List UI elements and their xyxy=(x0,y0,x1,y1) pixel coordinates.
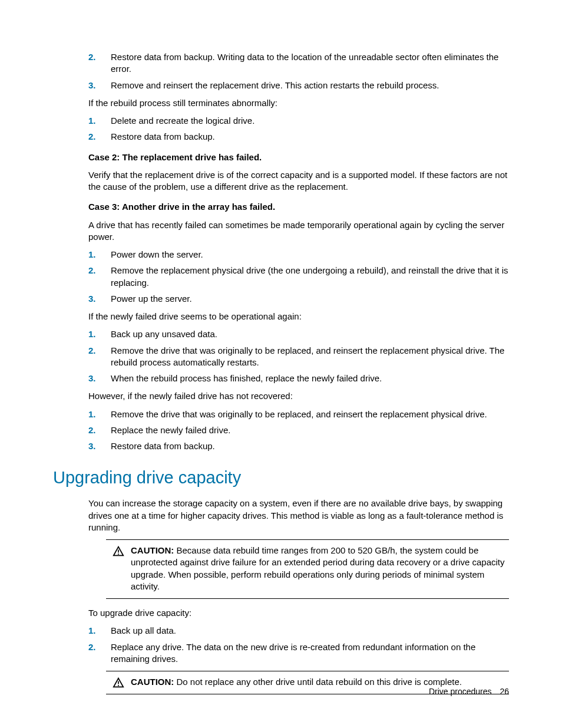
caution-callout-1: CAUTION: Because data rebuild time range… xyxy=(106,539,509,599)
list-number: 3. xyxy=(88,373,111,384)
list-text: Restore data from backup. xyxy=(111,131,509,143)
list-item: 1.Back up any unsaved data. xyxy=(88,328,509,340)
caution-label: CAUTION: xyxy=(131,677,174,687)
list-number: 2. xyxy=(88,265,111,276)
list-item: 2.Remove the drive that was originally t… xyxy=(88,345,509,369)
list-text: Restore data from backup. xyxy=(111,440,509,452)
list-text: Power down the server. xyxy=(111,249,509,261)
ordered-list-a: 2.Restore data from backup. Writing data… xyxy=(88,51,509,91)
list-number: 3. xyxy=(88,293,111,305)
section-heading: Upgrading drive capacity xyxy=(53,466,509,489)
svg-point-3 xyxy=(118,685,119,686)
caution-body: Do not replace any other drive until dat… xyxy=(177,677,462,687)
caution-label: CAUTION: xyxy=(131,545,174,555)
list-number: 2. xyxy=(88,424,111,436)
list-number: 1. xyxy=(88,115,111,127)
list-item: 2.Remove the replacement physical drive … xyxy=(88,265,509,289)
list-text: Remove the replacement physical drive (t… xyxy=(111,265,509,289)
list-item: 2.Restore data from backup. Writing data… xyxy=(88,51,509,75)
caution-body: Because data rebuild time ranges from 20… xyxy=(131,545,505,591)
list-item: 3.Remove and reinsert the replacement dr… xyxy=(88,80,509,91)
ordered-list-b: 1.Delete and recreate the logical drive.… xyxy=(88,115,509,143)
footer-section-label: Drive procedures xyxy=(429,687,492,696)
list-item: 1.Back up all data. xyxy=(88,625,509,637)
caution-text: CAUTION: Because data rebuild time range… xyxy=(131,545,509,592)
upgrade-lead: To upgrade drive capacity: xyxy=(88,607,509,619)
ordered-list-e: 1.Remove the drive that was originally t… xyxy=(88,409,509,453)
paragraph: If the newly failed drive seems to be op… xyxy=(88,311,509,322)
list-text: Replace the newly failed drive. xyxy=(111,424,509,436)
list-number: 2. xyxy=(88,345,111,357)
list-item: 1.Power down the server. xyxy=(88,249,509,261)
list-text: Restore data from backup. Writing data t… xyxy=(111,51,509,75)
list-text: Power up the server. xyxy=(111,293,509,305)
list-number: 2. xyxy=(88,51,111,63)
list-text: Remove the drive that was originally to … xyxy=(111,409,509,420)
list-number: 3. xyxy=(88,440,111,452)
caution-icon xyxy=(106,545,131,556)
list-text: When the rebuild process has finished, r… xyxy=(111,373,509,384)
list-item: 3.Power up the server. xyxy=(88,293,509,305)
caution-icon xyxy=(106,676,131,688)
case-3-title: Case 3: Another drive in the array has f… xyxy=(88,201,509,213)
page-footer: Drive procedures 26 xyxy=(429,686,509,697)
ordered-list-f: 1.Back up all data. 2.Replace any drive.… xyxy=(88,625,509,665)
ordered-list-d: 1.Back up any unsaved data. 2.Remove the… xyxy=(88,328,509,384)
list-item: 2.Replace any drive. The data on the new… xyxy=(88,641,509,666)
case-3-body: A drive that has recently failed can som… xyxy=(88,219,509,243)
list-text: Remove and reinsert the replacement driv… xyxy=(111,80,509,91)
list-text: Remove the drive that was originally to … xyxy=(111,345,509,369)
case-2-body: Verify that the replacement drive is of … xyxy=(88,169,509,193)
case-2-title: Case 2: The replacement drive has failed… xyxy=(88,151,509,163)
footer-page-number: 26 xyxy=(500,687,509,696)
list-number: 2. xyxy=(88,131,111,143)
list-item: 3.When the rebuild process has finished,… xyxy=(88,373,509,384)
ordered-list-c: 1.Power down the server. 2.Remove the re… xyxy=(88,249,509,305)
list-text: Replace any drive. The data on the new d… xyxy=(111,641,509,666)
main-content: 2.Restore data from backup. Writing data… xyxy=(88,51,509,452)
list-item: 1.Delete and recreate the logical drive. xyxy=(88,115,509,127)
list-text: Delete and recreate the logical drive. xyxy=(111,115,509,127)
list-item: 2.Restore data from backup. xyxy=(88,131,509,143)
list-number: 1. xyxy=(88,409,111,420)
paragraph: If the rebuild process still terminates … xyxy=(88,97,509,109)
list-item: 3.Restore data from backup. xyxy=(88,440,509,452)
svg-point-1 xyxy=(118,554,119,555)
list-text: Back up all data. xyxy=(111,625,509,637)
upgrade-intro: You can increase the storage capacity on… xyxy=(88,498,509,533)
upgrade-section: You can increase the storage capacity on… xyxy=(88,498,509,694)
list-number: 2. xyxy=(88,641,111,653)
list-number: 1. xyxy=(88,328,111,340)
list-number: 1. xyxy=(88,249,111,261)
list-item: 1.Remove the drive that was originally t… xyxy=(88,409,509,420)
page: 2.Restore data from backup. Writing data… xyxy=(0,0,562,728)
paragraph: However, if the newly failed drive has n… xyxy=(88,390,509,402)
list-text: Back up any unsaved data. xyxy=(111,328,509,340)
list-number: 3. xyxy=(88,80,111,91)
list-number: 1. xyxy=(88,625,111,637)
list-item: 2.Replace the newly failed drive. xyxy=(88,424,509,436)
